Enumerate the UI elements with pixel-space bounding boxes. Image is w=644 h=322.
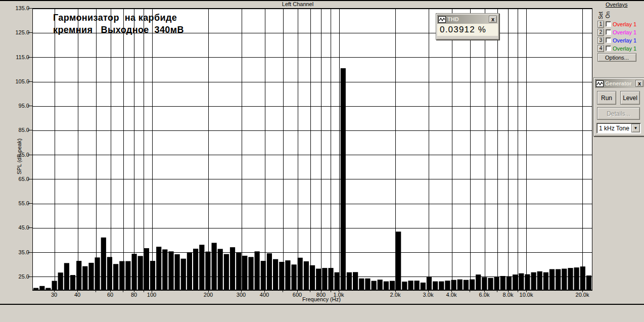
overlays-set-column-label: Set [598,12,604,19]
x-tick-label: 300 [230,292,252,298]
x-tick-mark [331,290,331,292]
overlay-on-checkbox-3[interactable] [606,37,611,43]
overlay-set-button-4[interactable]: 4 [597,45,604,52]
y-tick-label: 105.0 [0,79,29,84]
y-tick-label: 65.0 [0,176,29,182]
x-tick-label: 3.0k [417,292,439,298]
overlay-on-checkbox-1[interactable] [606,21,611,27]
x-tick-mark [297,290,298,292]
x-tick-mark [518,290,518,292]
generator-titlebar[interactable]: Generator x [595,79,644,88]
x-tick-mark [283,290,283,292]
generator-signal-dropdown[interactable]: 1 kHz Tone ▼ [596,123,641,133]
thd-window: THD x 0.03912 % [436,13,499,40]
x-tick-mark [208,290,209,292]
overlay-on-checkbox-4[interactable] [606,45,611,51]
x-tick-mark [123,290,123,292]
x-tick-mark [110,290,111,292]
y-tick-mark [28,252,32,253]
spectrum-bars-svg [33,9,592,290]
generator-run-button[interactable]: Run [597,91,616,105]
thd-readout: 0.03912 % [437,24,498,36]
x-tick-mark [144,290,144,292]
thd-titlebar[interactable]: THD x [437,15,498,24]
x-tick-mark [451,290,452,292]
overlay-label-4: Overlay 1 [613,45,636,52]
x-tick-label: 10.0k [515,292,537,298]
chart-annotation-line1: Гармонизатор на карбиде [53,12,184,24]
y-tick-label: 85.0 [0,127,29,133]
close-icon: x [491,16,494,22]
x-tick-mark [241,290,242,292]
chart-annotation-line2: кремния Выходное 340мВ [53,24,184,36]
y-tick-label: 115.0 [0,55,29,60]
x-tick-mark [321,290,321,292]
x-tick-mark [484,290,485,292]
overlay-label-2: Overlay 1 [613,29,636,35]
overlay-row-3: 3 Overlay 1 [597,36,636,44]
x-tick-label: 2.0k [384,292,406,298]
rta-application-window: Left Channel Гармонизатор на карбидекрем… [0,0,644,322]
waveform-icon [438,16,446,23]
y-tick-label: 135.0 [0,6,29,11]
y-tick-label: 95.0 [0,103,29,109]
generator-window: Generator x Run Level Details... 1 kHz T… [593,77,644,136]
x-tick-mark [428,290,429,292]
generator-body: Run Level Details... 1 kHz Tone ▼ [595,88,644,133]
x-tick-label: 200 [197,292,219,298]
x-tick-mark [497,290,497,292]
y-tick-label: 55.0 [0,201,29,206]
y-tick-mark [28,106,32,106]
x-tick-label: 60 [99,292,121,298]
y-tick-mark [28,130,32,130]
y-tick-mark [28,155,32,155]
x-tick-mark [470,290,470,292]
y-tick-label: 45.0 [0,225,29,231]
y-tick-mark [28,81,32,82]
x-tick-label: 100 [141,292,163,298]
x-tick-mark [508,290,509,292]
overlays-options-button[interactable]: Options... [597,53,636,62]
generator-close-button[interactable]: x [635,80,643,87]
y-tick-label: 25.0 [0,274,29,280]
spectrum-plot[interactable]: Гармонизатор на карбидекремния Выходное … [32,8,592,291]
generator-window-title: Generator [605,80,634,86]
thd-window-title: THD [447,16,487,22]
overlays-heading: Overlays [606,2,627,8]
x-tick-mark [77,290,78,292]
channel-title: Left Channel [0,1,595,7]
x-tick-label: 30 [43,292,65,298]
y-tick-mark [28,179,32,179]
overlay-label-3: Overlay 1 [613,37,636,43]
y-tick-mark [28,57,32,58]
x-tick-label: 6.0k [473,292,495,298]
generator-details-button[interactable]: Details... [597,107,640,120]
overlays-on-column-label: On [605,12,611,18]
overlay-row-4: 4 Overlay 1 [597,44,636,52]
thd-close-button[interactable]: x [489,16,497,23]
overlay-set-button-3[interactable]: 3 [597,37,604,44]
y-tick-mark [28,277,32,277]
y-tick-label: 75.0 [0,152,29,158]
overlay-set-button-2[interactable]: 2 [597,29,604,36]
overlay-row-2: 2 Overlay 1 [597,28,636,36]
waveform-icon [596,80,604,87]
x-tick-mark [526,290,527,292]
chevron-down-icon[interactable]: ▼ [631,124,640,132]
y-tick-mark [28,32,32,33]
x-tick-mark [152,290,152,292]
close-icon: x [638,80,641,86]
x-tick-mark [310,290,310,292]
overlay-set-button-1[interactable]: 1 [597,21,604,28]
y-tick-label: 35.0 [0,250,29,255]
x-tick-label: 40 [66,292,88,298]
x-tick-label: 400 [253,292,275,298]
x-axis-title: Frequency (Hz) [281,296,362,302]
overlay-on-checkbox-2[interactable] [606,29,611,35]
y-tick-mark [28,8,32,9]
y-tick-mark [28,227,32,228]
y-tick-mark [28,203,32,204]
bottom-border [0,304,644,305]
x-tick-mark [264,290,265,292]
generator-level-button[interactable]: Level [620,91,640,105]
